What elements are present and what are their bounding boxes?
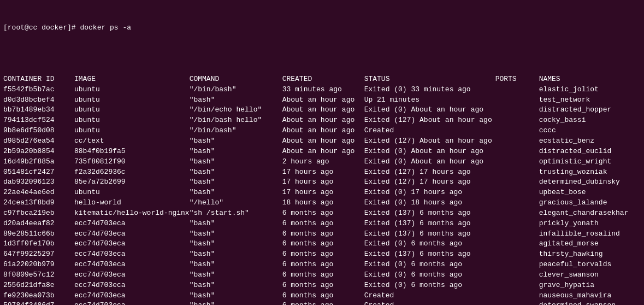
cell-created: 6 months ago (282, 249, 364, 260)
table-row: dab93209612385e7a72b2699"bash"17 hours a… (3, 177, 641, 187)
prompt-line-1: [root@cc docker]# docker ps -a (3, 24, 131, 32)
cell-names: upbeat_bose (539, 187, 641, 198)
cell-image: 735f80812f90 (74, 157, 190, 167)
table-row: 794113dcf524ubuntu"/bin/bash hello"About… (3, 115, 641, 126)
cell-names: determined_swanson (539, 301, 641, 305)
cell-command: "bash" (190, 229, 282, 239)
cell-names: distracted_hopper (539, 105, 641, 115)
table-row: c97fbca219ebkitematic/hello-world-nginx"… (3, 208, 641, 219)
cell-image: ubuntu (74, 95, 190, 105)
table-row: 1d3ff0fe170becc74d703eca"bash"6 months a… (3, 239, 641, 249)
cell-id: 1d3ff0fe170b (3, 239, 74, 249)
cell-ports (495, 301, 539, 305)
cell-ports (495, 198, 539, 208)
cell-created: 6 months ago (282, 260, 364, 270)
cell-status: Created (364, 126, 495, 136)
cell-id: 647f99225297 (3, 249, 74, 260)
cell-status: Exited (0) 18 hours ago (364, 198, 495, 208)
cell-id: 2556d21dfa8e (3, 280, 74, 291)
cell-status: Exited (0) About an hour ago (364, 146, 495, 157)
cell-status: Exited (0) About an hour ago (364, 157, 495, 167)
cell-status: Exited (0) 6 months ago (364, 280, 495, 291)
cell-names: peaceful_torvalds (539, 260, 641, 270)
cell-image: f2a32d62936c (74, 167, 190, 178)
cell-names: nauseous_mahavira (539, 291, 641, 301)
cell-id: c97fbca219eb (3, 208, 74, 219)
cell-names: agitated_morse (539, 239, 641, 249)
cell-ports (495, 270, 539, 280)
cell-names: test_network (539, 95, 641, 105)
cell-image: cc/text (74, 136, 190, 146)
cell-status: Exited (137) 6 months ago (364, 229, 495, 239)
table-row: 8f0809e57c12ecc74d703eca"bash"6 months a… (3, 270, 641, 280)
cell-ports (495, 208, 539, 219)
initial-prompt: [root@cc docker]# docker ps -a (3, 23, 641, 33)
cell-created: 2 hours ago (282, 157, 364, 167)
cell-id: 22ae4e4ae6ed (3, 187, 74, 198)
cell-created: 6 months ago (282, 229, 364, 239)
cell-image: kitematic/hello-world-nginx (74, 208, 190, 219)
cell-command: "/bin/bash" (190, 126, 282, 136)
cell-created: 17 hours ago (282, 187, 364, 198)
table-row: bb7b1489eb34ubuntu"/bin/echo hello"About… (3, 105, 641, 115)
cell-id: f5542fb5b7ac (3, 85, 74, 95)
cell-id: 9b8e6df50d08 (3, 126, 74, 136)
cell-created: 6 months ago (282, 219, 364, 229)
cell-image: 85e7a72b2699 (74, 177, 190, 187)
cell-status: Exited (0) 33 minutes ago (364, 85, 495, 95)
cell-image: ubuntu (74, 115, 190, 126)
cell-ports (495, 85, 539, 95)
cell-status: Exited (0) 6 months ago (364, 260, 495, 270)
cell-image: ubuntu (74, 126, 190, 136)
cell-ports (495, 229, 539, 239)
cell-id: 24cea13f8bd9 (3, 198, 74, 208)
cell-status: Exited (0) About an hour ago (364, 105, 495, 115)
table-row: d0d3d8bcbef4ubuntu"bash"About an hour ag… (3, 95, 641, 105)
cell-names: optimistic_wright (539, 157, 641, 167)
cell-status: Exited (127) About an hour ago (364, 115, 495, 126)
cell-created: 33 minutes ago (282, 85, 364, 95)
cell-image: ecc74d703eca (74, 260, 190, 270)
cell-status: Exited (0) 6 months ago (364, 270, 495, 280)
cell-created: About an hour ago (282, 105, 364, 115)
cell-image: ubuntu (74, 85, 190, 95)
cell-ports (495, 126, 539, 136)
cell-id: 8f0809e57c12 (3, 270, 74, 280)
header-image: IMAGE (74, 74, 190, 85)
cell-image: ecc74d703eca (74, 239, 190, 249)
table-row: 051481cf2427f2a32d62936c"bash"17 hours a… (3, 167, 641, 178)
cell-id: 051481cf2427 (3, 167, 74, 178)
cell-command: "/hello" (190, 198, 282, 208)
cell-created: 17 hours ago (282, 167, 364, 178)
cell-status: Exited (127) 17 hours ago (364, 167, 495, 178)
cell-image: ubuntu (74, 187, 190, 198)
cell-names: grave_hypatia (539, 280, 641, 291)
cell-status: Exited (0) 17 hours ago (364, 187, 495, 198)
table-row: 2556d21dfa8eecc74d703eca"bash"6 months a… (3, 280, 641, 291)
cell-ports (495, 187, 539, 198)
cell-ports (495, 260, 539, 270)
cell-image: ecc74d703eca (74, 291, 190, 301)
cell-command: "bash" (190, 177, 282, 187)
cell-created: 6 months ago (282, 280, 364, 291)
table-row: 647f99225297ecc74d703eca"bash"6 months a… (3, 249, 641, 260)
cell-command: "bash" (190, 167, 282, 178)
table-row: f5542fb5b7acubuntu"/bin/bash"33 minutes … (3, 85, 641, 95)
cell-ports (495, 219, 539, 229)
header-ports: PORTS (495, 74, 539, 85)
cell-command: "/bin/bash" (190, 85, 282, 95)
table-row: d20ad4eeaf82ecc74d703eca"bash"6 months a… (3, 219, 641, 229)
cell-ports (495, 157, 539, 167)
cell-names: thirsty_hawking (539, 249, 641, 260)
cell-names: ecstatic_benz (539, 136, 641, 146)
cell-names: trusting_wozniak (539, 167, 641, 178)
cell-ports (495, 136, 539, 146)
cell-id: bb7b1489eb34 (3, 105, 74, 115)
table-row: 89e28511c66becc74d703eca"bash"6 months a… (3, 229, 641, 239)
cell-image: hello-world (74, 198, 190, 208)
cell-command: "bash" (190, 260, 282, 270)
cell-created: About an hour ago (282, 146, 364, 157)
table-row: 16d49b2f885a735f80812f90"bash"2 hours ag… (3, 157, 641, 167)
cell-ports (495, 146, 539, 157)
cell-status: Exited (127) 17 hours ago (364, 177, 495, 187)
